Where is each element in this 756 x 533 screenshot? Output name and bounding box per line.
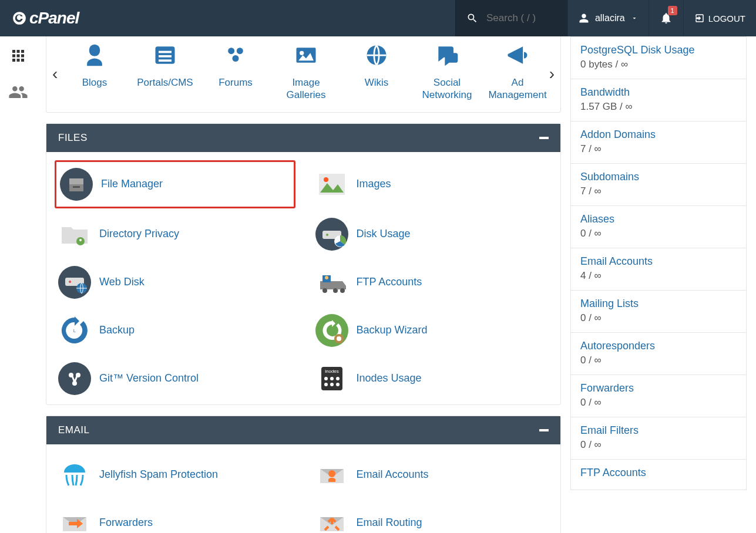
stat-label[interactable]: FTP Accounts	[580, 467, 737, 479]
app-item-email-routing[interactable]: Email Routing	[312, 501, 553, 534]
app-label: Jellyfish Spam Protection	[99, 468, 218, 481]
collapse-icon	[539, 137, 549, 139]
svg-point-35	[340, 288, 345, 293]
stat-value: 7 / ∞	[580, 143, 737, 155]
app-item-inodes-usage[interactable]: inodesInodes Usage	[312, 356, 553, 401]
search-input[interactable]	[486, 12, 557, 24]
brand-text: cPanel	[29, 9, 79, 28]
stat-value: 0 / ∞	[580, 228, 737, 239]
user-menu[interactable]: allacira	[567, 0, 649, 36]
collapse-icon	[539, 429, 549, 431]
app-icon	[315, 314, 348, 347]
svg-point-38	[315, 314, 348, 347]
category-icon	[223, 42, 248, 70]
carousel-item-wikis[interactable]: Wikis	[341, 42, 412, 102]
svg-point-49	[336, 377, 340, 380]
category-icon	[364, 42, 389, 70]
stat-value: 7 / ∞	[580, 185, 737, 197]
app-item-forwarders[interactable]: Forwarders	[55, 501, 295, 534]
email-panel: EMAIL Jellyfish Spam ProtectionEmail Acc…	[46, 416, 561, 534]
stat-label[interactable]: Subdomains	[580, 171, 737, 183]
app-icon	[58, 507, 91, 534]
stat-label[interactable]: PostgreSQL Disk Usage	[580, 44, 737, 56]
files-panel-header[interactable]: FILES	[46, 124, 560, 152]
app-item-email-accounts[interactable]: Email Accounts	[312, 453, 553, 497]
user-name: allacira	[595, 13, 625, 23]
stat-aliases: Aliases0 / ∞	[570, 206, 747, 248]
people-icon	[8, 82, 28, 102]
app-item-backup[interactable]: LBackup	[55, 308, 295, 353]
svg-point-6	[233, 55, 239, 62]
carousel-prev-button[interactable]: ‹	[49, 65, 61, 83]
stat-value: 4 / ∞	[580, 270, 737, 282]
category-icon	[82, 42, 107, 70]
svg-point-34	[325, 276, 328, 279]
svg-rect-2	[159, 55, 172, 58]
grid-icon	[9, 47, 27, 65]
left-nav	[0, 36, 36, 104]
svg-point-24	[326, 234, 328, 236]
stats-sidebar: PostgreSQL Disk Usage0 bytes / ∞Bandwidt…	[570, 36, 747, 490]
stat-label[interactable]: Mailing Lists	[580, 298, 737, 310]
svg-point-4	[228, 48, 234, 54]
app-label: Directory Privacy	[99, 228, 179, 240]
app-item-web-disk[interactable]: Web Disk	[55, 260, 295, 305]
svg-rect-17	[73, 186, 80, 188]
carousel-item-forums[interactable]: Forums	[200, 42, 271, 102]
app-item-directory-privacy[interactable]: Directory Privacy	[55, 212, 295, 257]
stat-autoresponders: Autoresponders0 / ∞	[570, 333, 747, 375]
svg-point-8	[300, 51, 304, 55]
carousel-item-ad-management[interactable]: Ad Management	[482, 42, 553, 102]
app-item-git-version-control[interactable]: Git™ Version Control	[55, 356, 295, 401]
app-item-images[interactable]: Images	[312, 160, 553, 208]
svg-rect-30	[320, 281, 337, 289]
app-label: Email Accounts	[357, 468, 429, 481]
carousel-item-image-galleries[interactable]: Image Galleries	[271, 42, 341, 102]
stat-label[interactable]: Aliases	[580, 213, 737, 225]
carousel-item-blogs[interactable]: Blogs	[59, 42, 130, 102]
app-icon	[58, 218, 91, 251]
category-label: Ad Management	[486, 76, 549, 102]
app-icon	[315, 458, 348, 491]
stat-label[interactable]: Email Filters	[580, 424, 737, 437]
svg-text:inodes: inodes	[325, 369, 339, 374]
users-button[interactable]	[8, 82, 28, 104]
stat-bandwidth: Bandwidth1.57 GB / ∞	[570, 79, 747, 122]
carousel-next-button[interactable]: ›	[546, 65, 558, 83]
stat-label[interactable]: Bandwidth	[580, 86, 737, 99]
stat-value: 0 bytes / ∞	[580, 59, 737, 70]
email-panel-header[interactable]: EMAIL	[46, 416, 560, 444]
carousel-item-social-networking[interactable]: Social Networking	[412, 42, 482, 102]
svg-point-41	[58, 362, 91, 395]
app-item-disk-usage[interactable]: Disk Usage	[312, 212, 553, 257]
stat-label[interactable]: Forwarders	[580, 382, 737, 394]
app-label: Inodes Usage	[357, 372, 422, 384]
stat-value: 1.57 GB / ∞	[580, 101, 737, 113]
app-item-backup-wizard[interactable]: Backup Wizard	[312, 308, 553, 353]
category-label: Blogs	[82, 76, 107, 89]
stat-mailing-lists: Mailing Lists0 / ∞	[570, 291, 747, 333]
app-label: Disk Usage	[357, 228, 411, 240]
header-search[interactable]	[455, 0, 567, 36]
notifications-button[interactable]: 1	[649, 0, 683, 36]
chevron-down-icon	[631, 15, 638, 22]
app-item-ftp-accounts[interactable]: FTP Accounts	[312, 260, 553, 305]
stat-forwarders: Forwarders0 / ∞	[570, 375, 747, 417]
stat-label[interactable]: Addon Domains	[580, 129, 737, 141]
cpanel-icon	[12, 11, 27, 26]
svg-point-51	[330, 383, 334, 386]
brand-logo[interactable]: cPanel	[0, 9, 79, 28]
category-label: Portals/CMS	[137, 76, 193, 89]
files-panel-title: FILES	[58, 132, 88, 144]
app-icon	[58, 362, 91, 395]
apps-grid-button[interactable]	[9, 47, 27, 67]
stat-label[interactable]: Autoresponders	[580, 340, 737, 352]
app-label: Images	[357, 178, 391, 190]
app-item-jellyfish-spam-protection[interactable]: Jellyfish Spam Protection	[55, 453, 295, 497]
carousel-item-portals-cms[interactable]: Portals/CMS	[130, 42, 200, 102]
category-icon	[152, 42, 178, 70]
logout-button[interactable]: LOGOUT	[683, 0, 756, 36]
app-item-file-manager[interactable]: File Manager	[55, 160, 295, 208]
user-icon	[579, 13, 589, 23]
stat-label[interactable]: Email Accounts	[580, 255, 737, 268]
